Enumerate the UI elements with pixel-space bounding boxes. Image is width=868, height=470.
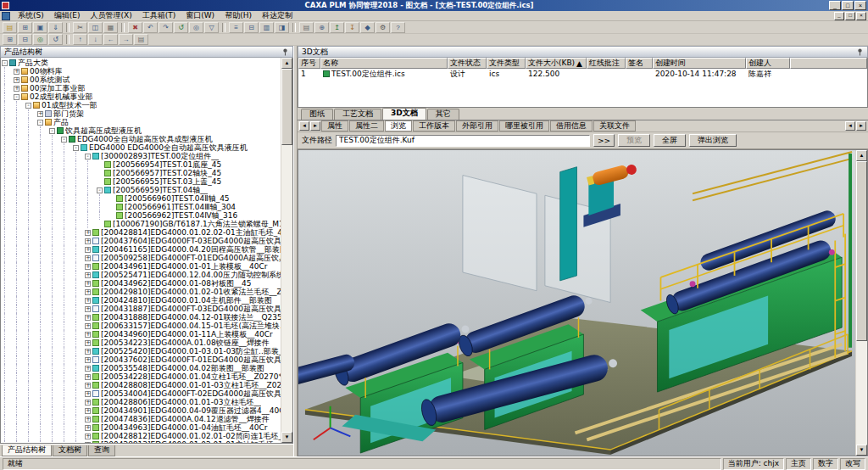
doc-tab-0[interactable]: 图纸	[301, 109, 333, 120]
column-header-redline[interactable]: 红线批注	[587, 58, 626, 69]
checkin-icon[interactable]: ↥	[330, 22, 344, 33]
search-icon[interactable]: ◎	[189, 22, 203, 33]
more-button[interactable]: >>	[593, 134, 615, 147]
menu-item-0[interactable]: 系统(S)	[13, 11, 49, 20]
link-icon[interactable]: ⊕	[314, 22, 329, 33]
scroll-up-icon[interactable]: ▲	[856, 150, 867, 161]
expand-icon[interactable]: +	[37, 111, 43, 117]
refresh-tree-icon[interactable]: ↺	[48, 34, 63, 45]
minimize-button[interactable]: _	[829, 1, 841, 10]
expand-icon[interactable]: +	[85, 306, 91, 312]
tree-node[interactable]: +[200434962]EDG4000.01-08衬板图__45	[1, 279, 281, 288]
doc-tab-3[interactable]: 其它	[427, 109, 459, 120]
mdi-close-button[interactable]: ×	[856, 12, 866, 20]
3d-preview-canvas[interactable]	[298, 150, 855, 456]
scroll-up-icon[interactable]: ▲	[281, 58, 292, 69]
column-header-created[interactable]: 创建时间	[653, 58, 746, 69]
paste-icon[interactable]: ▦	[103, 22, 118, 33]
menu-item-1[interactable]: 编辑(E)	[49, 11, 86, 20]
tree-node[interactable]: -[300002893]TEST.00定位组件__	[1, 152, 281, 160]
view-tab-3[interactable]: 工作版本	[413, 120, 455, 131]
expand-icon[interactable]: +	[14, 86, 19, 92]
tree-node[interactable]: -饮具超高压成型液压机	[1, 126, 281, 135]
tree-node[interactable]: +[200428806]EDG4000.01.01-03立柱毛坯__	[1, 398, 281, 406]
menu-item-4[interactable]: 窗口(W)	[181, 11, 220, 20]
detail-view-icon[interactable]: ▥	[259, 22, 274, 33]
refresh-icon[interactable]: ↺	[174, 22, 188, 33]
tree-node[interactable]: [200566961]TEST.04Ⅲ轴_304	[1, 203, 281, 211]
tree-node[interactable]: -01成型技术一部	[1, 101, 281, 109]
tree-node[interactable]: +[200534004]EDG4000FT-02EDG4000超高压饮具压机模具…	[1, 389, 281, 398]
tree-node[interactable]: +[200525471]EDG4000.12.04.00压力随动控制系统__部装…	[1, 271, 281, 279]
expand-icon[interactable]: +	[85, 425, 91, 431]
collapse-icon[interactable]: -	[97, 187, 103, 193]
column-header-type[interactable]: 文件类型	[487, 58, 526, 69]
path-button-2[interactable]: 弹出浏览	[689, 134, 737, 147]
view-tab-5[interactable]: 哪里被引用	[499, 120, 549, 131]
collapse-icon[interactable]: -	[14, 94, 19, 100]
expand-icon[interactable]: +	[85, 434, 91, 439]
preview-icon[interactable]: ◨	[275, 22, 289, 33]
menu-item-3[interactable]: 工具箱(T)	[137, 11, 181, 20]
view-tab-6[interactable]: 借用信息	[550, 120, 593, 131]
expand-icon[interactable]: +	[85, 332, 91, 338]
viewport-scrollbar[interactable]: ▲ ▼	[855, 150, 867, 456]
import-icon[interactable]: ⇓	[48, 22, 63, 33]
tree-node[interactable]: [200566960]TEST.04Ⅱ轴_45	[1, 194, 281, 203]
scrollbar-track[interactable]	[856, 341, 867, 445]
menu-item-2[interactable]: 人员管理(X)	[85, 11, 136, 20]
tree-node[interactable]: +[200429810]EDG4000.01.02-01收紧法兰毛坯__Z027…	[1, 288, 281, 296]
expand-icon[interactable]: +	[85, 442, 91, 444]
level-up-icon[interactable]: ←	[103, 34, 118, 45]
cut-icon[interactable]: ✂	[73, 22, 87, 33]
collapse-icon[interactable]: -	[73, 145, 79, 151]
tree-node[interactable]: +部门货架	[1, 109, 281, 118]
new-icon[interactable]: ▤	[3, 22, 17, 33]
help-icon[interactable]: ?	[391, 22, 405, 33]
left-tab-2[interactable]: 查询	[88, 445, 115, 456]
print-icon[interactable]: ▤	[299, 22, 314, 33]
maximize-button[interactable]: □	[842, 1, 854, 10]
expand-icon[interactable]: +	[85, 323, 91, 329]
table-row[interactable]: 1TEST.00定位组件.ics设计ics122.5002020-10-14 1…	[298, 69, 867, 79]
expand-icon[interactable]: +	[85, 315, 91, 321]
view-tab-0[interactable]: 属性	[321, 120, 348, 131]
delete-icon[interactable]: ✖	[128, 22, 142, 33]
settings-icon[interactable]: ⚙	[376, 22, 390, 33]
tab-scroll-left-icon[interactable]: ◄	[299, 121, 309, 131]
collapse-icon[interactable]: -	[25, 103, 31, 109]
column-header-filler[interactable]	[790, 58, 867, 69]
expand-all-icon[interactable]: ⊞	[3, 34, 17, 45]
tree-node[interactable]: +[200434901]EDG4000.04-09覆压器过滤器4__40Cr	[1, 406, 281, 415]
tree-view-icon[interactable]: ⊟	[244, 22, 259, 33]
expand-icon[interactable]: +	[14, 77, 19, 83]
tree-node[interactable]: -02成型机械事业部	[1, 92, 281, 101]
tree-node[interactable]: +[200461165]EDG4000.04.20回程高压软管__部装图	[1, 245, 281, 254]
view-tab-1[interactable]: 属性二	[349, 120, 384, 131]
tree-node[interactable]: [200566954]TEST.01底座_45	[1, 160, 281, 169]
list-view-icon[interactable]: ≡	[229, 22, 243, 33]
column-header-name[interactable]: 名称	[320, 58, 448, 69]
expand-icon[interactable]: +	[85, 340, 91, 346]
tree-node[interactable]: [200566962]TEST.04Ⅳ轴_316	[1, 211, 281, 220]
expand-icon[interactable]: +	[85, 366, 91, 372]
mdi-restore-button[interactable]: □	[845, 12, 855, 20]
doc-tab-2[interactable]: 3D文档	[382, 108, 426, 120]
tab-nav-right-icon[interactable]: ►	[856, 121, 866, 131]
doc-tab-1[interactable]: 工艺文档	[334, 109, 381, 120]
tree-node[interactable]: +[200434960]EDG4000.01-11A上装模板__40Cr	[1, 330, 281, 339]
tree-node[interactable]: +[200428812]EDG4000.01.02.01-02筒向连1毛坯__Z…	[1, 432, 281, 440]
expand-icon[interactable]: +	[85, 255, 91, 261]
tree-node[interactable]: +[200428814]EDG4000.01.02.02-01主油缸毛坯_40C…	[1, 228, 281, 237]
left-tab-1[interactable]: 文档树	[53, 445, 87, 456]
undo-icon[interactable]: ↶	[143, 22, 158, 33]
column-header-creator[interactable]: 创建人	[746, 58, 790, 69]
expand-icon[interactable]: +	[85, 230, 91, 236]
tree-node[interactable]: +[200431887]EDG4000FT-03EDG4000超高压饮具压机模具…	[1, 305, 281, 313]
collapse-icon[interactable]: -	[85, 154, 91, 159]
tree-node[interactable]: +[200424810]EDG4000.01.04主机部件__部装图	[1, 296, 281, 305]
checkout-icon[interactable]: ↧	[345, 22, 359, 33]
tree-node[interactable]: +00系统测试	[1, 76, 281, 84]
redo-icon[interactable]: ↷	[159, 22, 173, 33]
tree-node[interactable]: +[200434963]EDG4000.01-04油缸毛坯__40Cr	[1, 423, 281, 432]
